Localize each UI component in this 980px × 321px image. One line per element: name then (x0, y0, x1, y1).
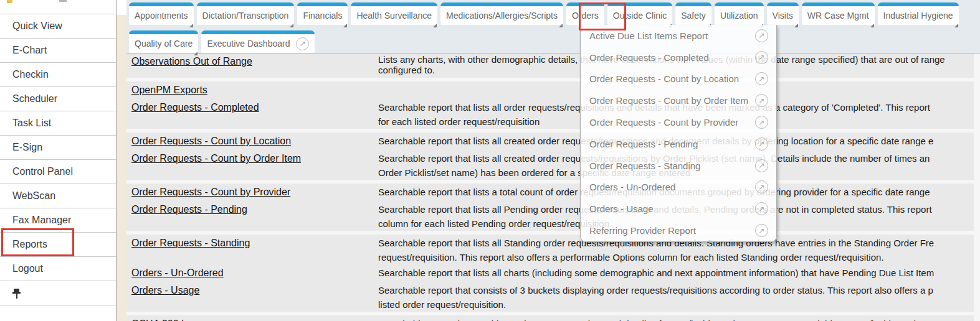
tab-industrial-hygiene[interactable]: Industrial Hygiene (878, 2, 959, 25)
open-in-new-icon[interactable]: ↗ (755, 29, 768, 42)
report-link-cell: Orders - Un-Ordered (131, 266, 378, 282)
menu-item-label: Orders - Un-Ordered (589, 182, 675, 192)
report-description-line: Searchable report that lists all charts … (378, 266, 974, 280)
menu-item-order-requests-completed[interactable]: Order Requests - Completed↗ (581, 47, 776, 68)
report-link-order-requests-standing[interactable]: Order Requests - Standing (131, 238, 250, 248)
sidebar-item-label: Fax Manager (12, 215, 71, 226)
tab-dictation-transcription[interactable]: Dictation/Transcription (197, 2, 295, 25)
report-link-osha-300-log[interactable]: OSHA 300 Log (131, 319, 198, 321)
tab-orders[interactable]: Orders (566, 2, 604, 25)
tab-corner-icon (343, 24, 347, 27)
sidebar-item-pin[interactable] (0, 281, 116, 305)
tab-corner-icon (870, 24, 874, 27)
tab-corner-icon (194, 52, 197, 55)
sidebar-item-label: WebScan (12, 190, 55, 202)
sidebar-item-label: Reports (12, 239, 47, 250)
report-link-order-requests-count-by-provider[interactable]: Order Requests - Count by Provider (131, 187, 290, 197)
report-row: Order Requests - Count by LocationSearch… (126, 133, 974, 150)
report-link-orders-un-ordered[interactable]: Orders - Un-Ordered (131, 268, 224, 278)
open-in-new-icon[interactable]: ↗ (755, 202, 768, 215)
tab-utilization[interactable]: Utilization (715, 2, 764, 25)
sidebar-item-fax-manager[interactable]: Fax Manager (0, 208, 116, 233)
report-row: OpenPM Exports (126, 81, 974, 99)
sidebar-item-label: E-Sign (12, 142, 42, 153)
tab-quality-of-care[interactable]: Quality of Care (129, 30, 198, 53)
tab-corner-icon (433, 24, 437, 27)
report-link-observations-out-of-range[interactable]: Observations Out of Range (131, 56, 252, 67)
tab-appointments[interactable]: Appointments (129, 2, 194, 25)
menu-item-order-requests-pending[interactable]: Order Requests - Pending↗ (581, 133, 776, 155)
tab-bar: AppointmentsDictation/TranscriptionFinan… (126, 0, 980, 53)
tab-financials[interactable]: Financials (297, 2, 348, 25)
menu-item-order-requests-count-by-order-item[interactable]: Order Requests - Count by Order Item↗ (581, 90, 776, 111)
menu-item-label: Order Requests - Completed (589, 52, 709, 63)
report-link-cell: Order Requests - Count by Location (131, 134, 378, 150)
tab-corner-icon (794, 24, 798, 27)
tab-visits[interactable]: Visits (767, 2, 799, 25)
menu-item-order-requests-standing[interactable]: Order Requests - Standing↗ (581, 155, 776, 177)
sidebar-item-control-panel[interactable]: Control Panel (0, 160, 116, 184)
tab-label: Industrial Hygiene (883, 11, 953, 21)
tab-label: Outside Clinic (613, 11, 667, 21)
tab-row-2: Quality of CareExecutive Dashboard↗ (126, 30, 980, 53)
open-in-new-icon[interactable]: ↗ (755, 94, 768, 107)
sidebar-item-task-list[interactable]: Task List (0, 111, 116, 136)
report-link-cell: Order Requests - Count by Order Item (131, 151, 378, 180)
report-row: Observations Out of RangeLists any chart… (126, 54, 974, 78)
menu-item-orders-un-ordered[interactable]: Orders - Un-Ordered↗ (581, 177, 776, 198)
sidebar-item-e-sign[interactable]: E-Sign (0, 136, 116, 160)
open-in-new-icon[interactable]: ↗ (755, 72, 768, 85)
tab-label: WR Case Mgmt (807, 11, 869, 21)
menu-item-orders-usage[interactable]: Orders - Usage↗ (581, 198, 776, 220)
open-in-new-icon[interactable]: ↗ (755, 137, 768, 151)
report-link-openpm-exports[interactable]: OpenPM Exports (131, 85, 207, 95)
menu-item-order-requests-count-by-provider[interactable]: Order Requests - Count by Provider↗ (581, 111, 776, 133)
report-description-line: Searchable report that provides various … (378, 317, 974, 321)
menu-item-active-due-list-items-report[interactable]: Active Due List Items Report↗ (581, 25, 776, 47)
open-in-new-icon[interactable]: ↗ (296, 37, 309, 50)
open-in-new-icon[interactable]: ↗ (755, 116, 768, 129)
sidebar-item-quick-view[interactable]: Quick View (0, 14, 116, 39)
report-row: OSHA 300 LogSearchable report that provi… (126, 315, 974, 321)
sidebar: Quick ViewE-ChartCheckinSchedulerTask Li… (0, 0, 117, 321)
tab-label: Visits (773, 11, 793, 21)
open-in-new-icon[interactable]: ↗ (755, 159, 768, 172)
sidebar-item-e-chart[interactable]: E-Chart (0, 39, 116, 63)
open-in-new-icon[interactable]: ↗ (755, 51, 768, 64)
tab-wr-case-mgmt[interactable]: WR Case Mgmt (802, 2, 875, 25)
report-row: Order Requests - Count by ProviderSearch… (126, 184, 974, 201)
report-description: Searchable report that provides various … (378, 317, 974, 321)
menu-item-label: Order Requests - Count by Order Item (589, 95, 748, 106)
tab-health-surveillance[interactable]: Health Surveillance (351, 2, 437, 25)
report-row: Orders - Un-OrderedSearchable report tha… (126, 264, 974, 282)
report-link-order-requests-count-by-order-item[interactable]: Order Requests - Count by Order Item (131, 153, 301, 164)
cutoff-icon-sliver (7, 0, 12, 3)
tab-label: Health Surveillance (356, 11, 432, 21)
sidebar-item-logout[interactable]: Logout (0, 257, 116, 281)
tab-medications-allergies-scripts[interactable]: Medications/Allergies/Scripts (440, 2, 563, 25)
sidebar-item-scheduler[interactable]: Scheduler (0, 87, 116, 111)
menu-item-order-requests-count-by-location[interactable]: Order Requests - Count by Location↗ (581, 68, 776, 90)
tab-corner-icon (559, 24, 563, 27)
report-description-line: listed order request/requisition. (378, 297, 974, 312)
sidebar-item-reports[interactable]: Reports (0, 233, 116, 257)
report-link-cell: Order Requests - Pending (131, 202, 378, 231)
tab-corner-icon (189, 24, 193, 27)
menu-item-label: Order Requests - Pending (589, 139, 698, 149)
sidebar-item-checkin[interactable]: Checkin (0, 63, 116, 87)
open-in-new-icon[interactable]: ↗ (755, 180, 768, 193)
report-link-orders-usage[interactable]: Orders - Usage (131, 285, 199, 295)
tab-label: Orders (572, 11, 599, 21)
tab-outside-clinic[interactable]: Outside Clinic (607, 2, 672, 25)
report-link-order-requests-count-by-location[interactable]: Order Requests - Count by Location (131, 136, 291, 146)
menu-item-label: Active Due List Items Report (589, 30, 708, 41)
tab-executive-dashboard[interactable]: Executive Dashboard↗ (201, 30, 315, 53)
tab-safety[interactable]: Safety (675, 2, 711, 25)
report-link-order-requests-pending[interactable]: Order Requests - Pending (131, 204, 247, 215)
report-link-cell: Order Requests - Count by Provider (131, 185, 378, 201)
sidebar-item-webscan[interactable]: WebScan (0, 184, 116, 208)
report-link-order-requests-completed[interactable]: Order Requests - Completed (131, 102, 259, 113)
open-in-new-icon[interactable]: ↗ (755, 224, 768, 237)
report-link-cell: Order Requests - Standing (131, 236, 378, 264)
menu-item-referring-provider-report[interactable]: Referring Provider Report↗ (581, 220, 776, 241)
